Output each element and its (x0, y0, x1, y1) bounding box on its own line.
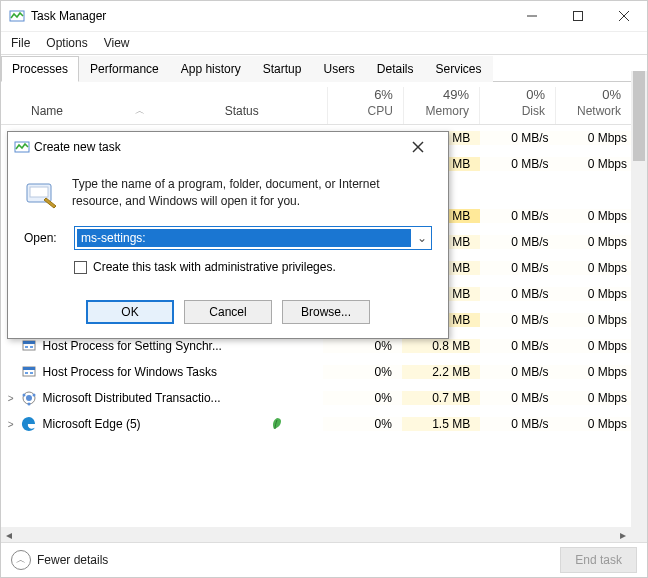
ok-button[interactable]: OK (86, 300, 174, 324)
window-title: Task Manager (31, 9, 509, 23)
minimize-button[interactable] (509, 1, 555, 31)
process-name: Host Process for Setting Synchr... (43, 339, 222, 353)
network-cell: 0 Mbps (559, 235, 637, 249)
tab-processes[interactable]: Processes (1, 56, 79, 82)
table-row[interactable]: >Microsoft Edge (5)0%1.5 MB0 MB/s0 Mbps (1, 411, 637, 437)
footer: ︿ Fewer details End task (1, 542, 647, 577)
process-icon (21, 390, 37, 406)
tab-details[interactable]: Details (366, 56, 425, 82)
network-cell: 0 Mbps (559, 417, 637, 431)
header-cpu[interactable]: 6% CPU (327, 87, 403, 124)
disk-cell: 0 MB/s (480, 261, 558, 275)
leaf-icon (270, 417, 284, 431)
cpu-cell: 0% (323, 391, 401, 405)
sort-indicator-icon: ︿ (63, 104, 217, 118)
header-disk[interactable]: 0% Disk (479, 87, 555, 124)
horizontal-scrollbar[interactable]: ◂ ▸ (1, 527, 631, 543)
network-cell: 0 Mbps (559, 157, 637, 171)
table-row[interactable]: >Microsoft Distributed Transactio...0%0.… (1, 385, 637, 411)
network-cell: 0 Mbps (559, 261, 637, 275)
expand-icon[interactable]: > (1, 419, 21, 430)
tab-performance[interactable]: Performance (79, 56, 170, 82)
table-row[interactable]: Host Process for Windows Tasks0%2.2 MB0 … (1, 359, 637, 385)
disk-label: Disk (480, 104, 545, 118)
scroll-left-icon[interactable]: ◂ (1, 528, 17, 542)
header-name[interactable]: Name ︿ (1, 104, 225, 124)
memory-cell: 0.7 MB (402, 391, 480, 405)
svg-rect-17 (30, 346, 33, 348)
menu-view[interactable]: View (104, 36, 130, 50)
cpu-cell: 0% (323, 417, 401, 431)
network-cell: 0 Mbps (559, 365, 637, 379)
browse-button[interactable]: Browse... (282, 300, 370, 324)
chevron-down-icon[interactable]: ⌄ (413, 231, 431, 245)
dialog-titlebar: Create new task (8, 132, 448, 162)
svg-rect-20 (25, 372, 28, 374)
disk-cell: 0 MB/s (480, 131, 558, 145)
titlebar: Task Manager (1, 1, 647, 32)
cpu-cell: 0% (323, 339, 401, 353)
chevron-up-icon: ︿ (11, 550, 31, 570)
network-cell: 0 Mbps (559, 313, 637, 327)
cpu-percent: 6% (328, 87, 393, 102)
process-name: Host Process for Windows Tasks (43, 365, 218, 379)
memory-label: Memory (404, 104, 469, 118)
network-cell: 0 Mbps (559, 131, 637, 145)
expand-icon[interactable]: > (1, 393, 21, 404)
dialog-body: Type the name of a program, folder, docu… (8, 162, 448, 300)
cpu-label: CPU (328, 104, 393, 118)
network-percent: 0% (556, 87, 621, 102)
process-icon (21, 338, 37, 354)
task-manager-window: Task Manager File Options View Processes… (0, 0, 648, 578)
open-value[interactable]: ms-settings: (77, 229, 411, 247)
tabstrip: Processes Performance App history Startu… (1, 55, 647, 82)
disk-cell: 0 MB/s (480, 417, 558, 431)
svg-rect-31 (30, 187, 48, 197)
open-combobox[interactable]: ms-settings: ⌄ (74, 226, 432, 250)
disk-cell: 0 MB/s (480, 313, 558, 327)
run-icon (24, 176, 60, 212)
disk-cell: 0 MB/s (480, 391, 558, 405)
network-cell: 0 Mbps (559, 209, 637, 223)
tab-services[interactable]: Services (425, 56, 493, 82)
vertical-scrollbar[interactable] (631, 71, 647, 543)
header-network[interactable]: 0% Network (555, 87, 631, 124)
svg-point-25 (32, 394, 35, 397)
fewer-details-label: Fewer details (37, 553, 108, 567)
dialog-close-button[interactable] (412, 141, 442, 153)
process-name-cell: Host Process for Windows Tasks (21, 364, 270, 380)
scrollbar-thumb[interactable] (633, 71, 645, 161)
dialog-message: Type the name of a program, folder, docu… (72, 176, 432, 212)
open-label: Open: (24, 231, 66, 245)
menu-options[interactable]: Options (46, 36, 87, 50)
svg-rect-21 (30, 372, 33, 374)
admin-checkbox[interactable] (74, 261, 87, 274)
header-memory[interactable]: 49% Memory (403, 87, 479, 124)
disk-cell: 0 MB/s (480, 287, 558, 301)
end-task-button[interactable]: End task (560, 547, 637, 573)
cancel-button[interactable]: Cancel (184, 300, 272, 324)
process-name-cell: Host Process for Setting Synchr... (21, 338, 270, 354)
create-new-task-dialog: Create new task Type the name of a progr… (7, 131, 449, 339)
network-label: Network (556, 104, 621, 118)
memory-cell: 2.2 MB (402, 365, 480, 379)
tab-users[interactable]: Users (312, 56, 365, 82)
memory-cell: 0.8 MB (402, 339, 480, 353)
tab-startup[interactable]: Startup (252, 56, 313, 82)
process-icon (21, 364, 37, 380)
disk-cell: 0 MB/s (480, 209, 558, 223)
dialog-buttons: OK Cancel Browse... (8, 300, 448, 338)
close-button[interactable] (601, 1, 647, 31)
tab-app-history[interactable]: App history (170, 56, 252, 82)
menu-file[interactable]: File (11, 36, 30, 50)
scroll-right-icon[interactable]: ▸ (615, 528, 631, 542)
header-name-label: Name (31, 104, 63, 118)
header-status[interactable]: Status (225, 104, 327, 124)
maximize-button[interactable] (555, 1, 601, 31)
svg-point-23 (26, 395, 32, 401)
network-cell: 0 Mbps (559, 287, 637, 301)
fewer-details-button[interactable]: ︿ Fewer details (11, 550, 108, 570)
cpu-cell: 0% (323, 365, 401, 379)
disk-cell: 0 MB/s (480, 365, 558, 379)
process-name-cell: Microsoft Edge (5) (21, 416, 270, 432)
